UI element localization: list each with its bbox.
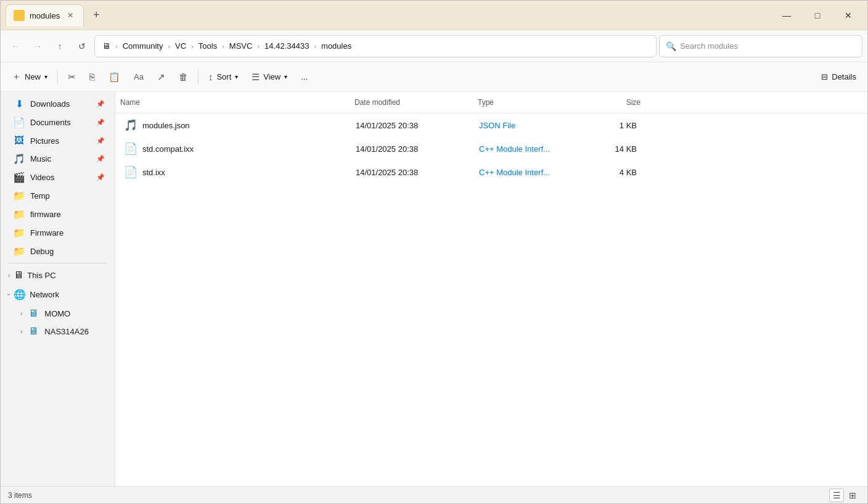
close-button[interactable]: ✕ (834, 4, 862, 27)
table-row[interactable]: 📄 std.compat.ixx 14/01/2025 20:38 C++ Mo… (117, 137, 866, 160)
breadcrumb-sep-0: › (115, 43, 118, 50)
file-label-std-ixx: std.ixx (142, 168, 165, 177)
grid-view-button[interactable]: ⊞ (845, 489, 860, 502)
network-chevron: › (6, 294, 12, 295)
file-explorer-window: modules ✕ + — □ ✕ ← → ↑ ↺ 🖥 › Community … (0, 0, 868, 504)
more-button[interactable]: ... (295, 66, 314, 88)
file-date-std-ixx: 14/01/2025 20:38 (351, 164, 474, 181)
toolbar-separator-1 (57, 70, 58, 85)
sort-button[interactable]: ↕ Sort ▾ (202, 66, 244, 88)
sidebar-network[interactable]: › 🌐 Network (3, 285, 112, 304)
breadcrumb-tools[interactable]: Tools (196, 40, 219, 52)
delete-button[interactable]: 🗑 (173, 66, 194, 88)
share-button[interactable]: ↗ (151, 66, 171, 88)
breadcrumb-sep-1: › (168, 43, 170, 50)
sidebar-item-debug[interactable]: 📁 Debug (3, 242, 112, 260)
downloads-pin-icon: 📌 (96, 100, 105, 108)
back-button[interactable]: ← (6, 36, 25, 56)
active-tab[interactable]: modules ✕ (6, 4, 84, 27)
sidebar: ⬇ Downloads 📌 📄 Documents 📌 🖼 Pictures 📌… (1, 92, 115, 486)
sort-icon: ↕ (208, 72, 213, 82)
file-name-std-compat: 📄 std.compat.ixx (117, 138, 351, 159)
add-tab-button[interactable]: + (86, 6, 106, 25)
addressbar: ← → ↑ ↺ 🖥 › Community › VC › Tools › MSV… (1, 30, 867, 62)
view-dropdown-icon: ▾ (284, 73, 287, 80)
search-icon: 🔍 (666, 41, 676, 51)
table-row[interactable]: 🎵 modules.json 14/01/2025 20:38 JSON Fil… (117, 114, 866, 137)
momo-label: MOMO (44, 309, 70, 318)
debug-icon: 📁 (13, 246, 25, 257)
music-icon: 🎵 (13, 153, 25, 165)
downloads-icon: ⬇ (13, 98, 25, 110)
file-type-modules-json: JSON File (474, 117, 585, 134)
breadcrumb-sep-5: › (314, 43, 316, 50)
forward-button[interactable]: → (28, 36, 47, 56)
paste-button[interactable]: 📋 (102, 66, 126, 88)
breadcrumb-msvc[interactable]: MSVC (227, 40, 255, 52)
pictures-pin-icon: 📌 (96, 137, 105, 145)
breadcrumb-modules[interactable]: modules (319, 40, 354, 52)
copy-button[interactable]: ⎘ (83, 66, 101, 88)
firmware-lower-label: firmware (30, 210, 61, 219)
cut-button[interactable]: ✂ (62, 66, 82, 88)
file-label-std-compat: std.compat.ixx (142, 144, 194, 154)
list-view-button[interactable]: ☰ (829, 489, 844, 502)
sidebar-item-momo[interactable]: › 🖥 MOMO (3, 305, 112, 322)
details-icon: ⊟ (821, 72, 828, 81)
refresh-button[interactable]: ↺ (72, 36, 92, 56)
up-button[interactable]: ↑ (50, 36, 70, 56)
sidebar-item-downloads[interactable]: ⬇ Downloads 📌 (3, 95, 112, 113)
breadcrumb-bar[interactable]: 🖥 › Community › VC › Tools › MSVC › 14.4… (94, 35, 657, 57)
maximize-button[interactable]: □ (803, 4, 832, 27)
sidebar-item-nas314a26[interactable]: › 🖥 NAS314A26 (3, 323, 112, 340)
documents-icon: 📄 (13, 117, 25, 128)
sidebar-divider-1 (8, 263, 107, 263)
view-button[interactable]: ☰ View ▾ (245, 66, 293, 88)
firmware-upper-label: Firmware (30, 228, 63, 238)
tab-close-button[interactable]: ✕ (65, 10, 76, 21)
music-pin-icon: 📌 (96, 155, 105, 163)
file-list-header: Name Date modified Type Size (115, 92, 867, 114)
col-header-size[interactable]: Size (584, 94, 645, 110)
main-content: ⬇ Downloads 📌 📄 Documents 📌 🖼 Pictures 📌… (1, 92, 867, 486)
cut-icon: ✂ (68, 72, 76, 83)
this-pc-label: This PC (27, 271, 55, 280)
sidebar-item-firmware-upper[interactable]: 📁 Firmware (3, 224, 112, 242)
minimize-button[interactable]: — (772, 4, 801, 27)
videos-icon: 🎬 (13, 171, 25, 183)
file-icon-std-ixx: 📄 (124, 165, 137, 179)
breadcrumb-community[interactable]: Community (120, 40, 166, 52)
temp-label: Temp (30, 191, 50, 200)
new-button[interactable]: ＋ New ▾ (6, 66, 54, 88)
nas-chevron: › (20, 328, 22, 335)
col-header-date[interactable]: Date modified (350, 94, 473, 110)
breadcrumb-vc[interactable]: VC (173, 40, 189, 52)
temp-icon: 📁 (13, 190, 25, 202)
rename-button[interactable]: Aa (128, 66, 150, 88)
sidebar-item-music[interactable]: 🎵 Music 📌 (3, 150, 112, 168)
sidebar-item-temp[interactable]: 📁 Temp (3, 187, 112, 205)
network-label: Network (30, 290, 59, 299)
col-header-type[interactable]: Type (473, 94, 584, 110)
sort-dropdown-icon: ▾ (235, 73, 238, 80)
sidebar-this-pc[interactable]: › 🖥 This PC (3, 266, 112, 284)
breadcrumb-version[interactable]: 14.42.34433 (262, 40, 311, 52)
table-row[interactable]: 📄 std.ixx 14/01/2025 20:38 C++ Module In… (117, 160, 866, 184)
details-button[interactable]: ⊟ Details (815, 66, 862, 88)
sidebar-item-documents[interactable]: 📄 Documents 📌 (3, 114, 112, 131)
search-box[interactable]: 🔍 Search modules (659, 35, 862, 57)
file-size-std-ixx: 4 KB (585, 164, 647, 181)
pictures-icon: 🖼 (13, 135, 25, 146)
sidebar-item-firmware-lower[interactable]: 📁 firmware (3, 205, 112, 223)
item-count: 3 items (8, 491, 32, 500)
documents-pin-icon: 📌 (96, 118, 105, 126)
breadcrumb-sep-3: › (222, 43, 224, 50)
sidebar-item-videos[interactable]: 🎬 Videos 📌 (3, 168, 112, 186)
nas-label: NAS314A26 (44, 327, 89, 336)
network-icon: 🌐 (14, 289, 26, 300)
sidebar-item-pictures[interactable]: 🖼 Pictures 📌 (3, 132, 112, 149)
details-label: Details (832, 72, 856, 81)
col-header-name[interactable]: Name (115, 94, 350, 110)
tab-folder-icon (14, 10, 25, 21)
file-type-std-ixx: C++ Module Interf... (474, 164, 585, 181)
